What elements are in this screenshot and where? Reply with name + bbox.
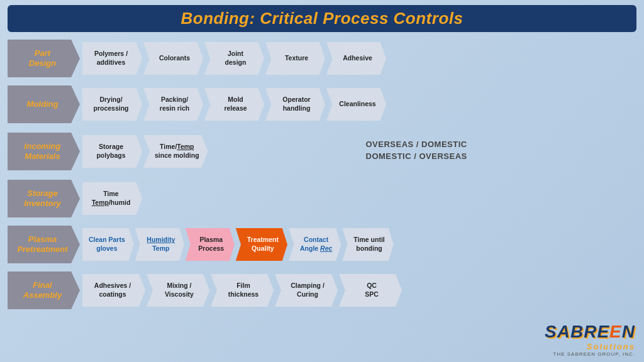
overseas-area: OVERSEAS / DOMESTIC DOMESTIC / OVERSEAS [366, 140, 637, 163]
chevron-drying: Drying/processing [82, 88, 142, 121]
process-plasma: Clean Partsgloves HumidityTemp PlasmaPro… [82, 228, 636, 261]
domestic-overseas-text: DOMESTIC / OVERSEAS [366, 151, 637, 161]
cat-label-final: FinalAssembly [23, 280, 62, 300]
chevron-clean-parts: Clean Partsgloves [82, 228, 134, 261]
slide-title: Bonding: Critical Process Controls [20, 9, 624, 28]
overseas-domestic-text: OVERSEAS / DOMESTIC [366, 140, 637, 149]
row-final: FinalAssembly Adhesives /coatings Mixing… [8, 269, 636, 312]
chevron-film: Filmthickness [211, 274, 274, 307]
chevron-operator: Operatorhandling [265, 88, 325, 121]
chevron-time-temp: Time/Tempsince molding [143, 135, 208, 168]
process-molding: Drying/processing Packing/resin rich Mol… [82, 88, 636, 121]
chevron-mixing: Mixing /Viscosity [147, 274, 209, 307]
cat-molding: Molding [8, 85, 80, 123]
cat-label-part-design: PartDesign [29, 48, 56, 68]
cat-storage: StorageInventory [8, 180, 80, 217]
chevron-colorants: Colorants [143, 42, 203, 75]
cat-label-storage: StorageInventory [24, 189, 61, 208]
chevron-time-bonding: Time untilbonding [342, 228, 393, 261]
slide: Bonding: Critical Process Controls PartD… [0, 0, 644, 362]
row-molding: Molding Drying/processing Packing/resin … [8, 83, 636, 126]
cat-label-plasma: PlasmaPretreatment [17, 234, 67, 254]
chevron-storage-polybags: Storagepolybags [82, 135, 142, 168]
chevron-treatment-quality: TreatmentQuality [236, 228, 287, 261]
chevron-contact-angle: ContactAngle Rec [289, 228, 341, 261]
chevron-plasma-process: PlasmaProcess [186, 228, 235, 261]
chevron-mold-release: Moldrelease [204, 88, 264, 121]
row-storage: StorageInventory TimeTemp/humid [8, 177, 636, 220]
chevron-adhesives: Adhesives /coatings [82, 274, 145, 307]
cat-part-design: PartDesign [8, 40, 80, 77]
chevron-packing: Packing/resin rich [143, 88, 203, 121]
chevron-clamping: Clamping /Curing [275, 274, 338, 307]
cat-plasma: PlasmaPretreatment [8, 226, 80, 263]
chevron-cleanliness: Cleanliness [326, 88, 386, 121]
process-storage: TimeTemp/humid [82, 182, 636, 215]
chevron-adhesive: Adhesive [326, 42, 386, 75]
chevron-joint-design: Jointdesign [204, 42, 264, 75]
logo-sabreen: SABREEN [545, 322, 635, 342]
cat-final: FinalAssembly [8, 272, 80, 309]
chevron-qc-spc: QCSPC [339, 274, 402, 307]
process-final: Adhesives /coatings Mixing /Viscosity Fi… [82, 274, 636, 307]
row-incoming: IncomingMaterials Storagepolybags Time/T… [8, 129, 636, 174]
title-bar: Bonding: Critical Process Controls [8, 5, 636, 32]
cat-incoming: IncomingMaterials [8, 133, 80, 170]
chevron-time-temp-humid: TimeTemp/humid [82, 182, 142, 215]
row-plasma: PlasmaPretreatment Clean Partsgloves Hum… [8, 223, 636, 266]
process-incoming: Storagepolybags Time/Tempsince molding [82, 135, 353, 168]
chevron-polymers: Polymers /additives [82, 42, 142, 75]
logo-tagline: THE SABREEN GROUP, INC. [553, 351, 635, 357]
logo-area: SABREEN Solutions THE SABREEN GROUP, INC… [545, 322, 635, 357]
row-part-design: PartDesign Polymers /additives Colorants… [8, 37, 636, 80]
cat-label-incoming: IncomingMaterials [25, 141, 61, 161]
cat-label-molding: Molding [27, 99, 58, 109]
chevron-humidity-temp: HumidityTemp [135, 228, 184, 261]
process-part-design: Polymers /additives Colorants Jointdesig… [82, 42, 636, 75]
chevron-texture: Texture [265, 42, 325, 75]
logo-solutions: Solutions [587, 342, 635, 351]
